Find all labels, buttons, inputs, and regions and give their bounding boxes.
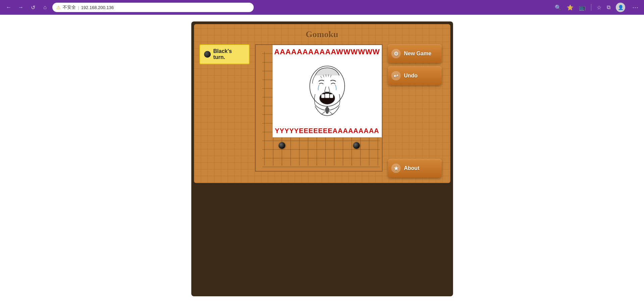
- meme-bottom-text: YYYYYEEEEEEEAAAAAAAAA: [275, 127, 379, 134]
- svg-point-31: [353, 142, 360, 149]
- game-inner-frame: Gomoku Black's turn.: [194, 24, 450, 183]
- security-warning-icon: ⚠: [56, 5, 61, 10]
- url-text: 192.168.200.136: [81, 5, 114, 10]
- browser-actions: 🔍 ⭐ 📺 ☆ ⧉ 👤 ⋯: [555, 3, 640, 12]
- more-icon: ⋯: [632, 4, 638, 11]
- about-button[interactable]: ★ About: [388, 159, 442, 178]
- address-bar[interactable]: ⚠ 不安全 | 192.168.200.136: [52, 3, 254, 12]
- avatar[interactable]: 👤: [616, 3, 625, 12]
- home-button[interactable]: ⌂: [40, 3, 50, 12]
- svg-rect-39: [321, 94, 325, 98]
- cast-icon[interactable]: 📺: [579, 4, 586, 11]
- game-outer-frame: Gomoku Black's turn.: [191, 21, 453, 296]
- svg-rect-41: [330, 94, 333, 98]
- meme-popup: AAAAAAAAAAAWWWWWW: [273, 45, 382, 137]
- undo-label: Undo: [404, 73, 418, 79]
- extensions-icon[interactable]: ⭐: [567, 4, 574, 11]
- new-game-label: New Game: [404, 51, 432, 57]
- game-title: Gomoku: [199, 29, 445, 40]
- back-icon: ←: [6, 4, 11, 10]
- security-text: 不安全: [63, 4, 76, 10]
- turn-text: Black's turn.: [213, 48, 245, 60]
- separator: |: [78, 5, 79, 10]
- turn-indicator: Black's turn.: [199, 44, 250, 64]
- bookmarks-icon[interactable]: ☆: [597, 4, 601, 11]
- meme-top-text: AAAAAAAAAAAWWWWWW: [274, 48, 380, 56]
- new-game-button[interactable]: ⚙ New Game: [388, 44, 442, 63]
- about-label: About: [404, 165, 419, 171]
- meme-face: [299, 56, 355, 127]
- right-panel: ⚙ New Game ↩ Undo ★ About: [388, 44, 442, 178]
- tabs-icon[interactable]: ⧉: [607, 4, 610, 10]
- undo-icon: ↩: [391, 71, 401, 80]
- svg-point-30: [279, 142, 285, 149]
- black-stone-icon: [204, 51, 211, 58]
- game-board[interactable]: AAAAAAAAAAAWWWWWW: [255, 44, 383, 172]
- back-button[interactable]: ←: [4, 3, 13, 12]
- divider: [591, 4, 591, 11]
- left-panel: Black's turn.: [199, 44, 250, 64]
- home-icon: ⌂: [43, 4, 47, 10]
- reload-button[interactable]: ↺: [28, 3, 38, 12]
- page-content: Gomoku Black's turn.: [0, 15, 644, 303]
- board-wrapper: AAAAAAAAAAAWWWWWW: [255, 44, 383, 172]
- meme-face-svg: [300, 65, 354, 118]
- forward-icon: →: [18, 4, 23, 10]
- game-layout: Black's turn.: [199, 44, 445, 178]
- forward-button[interactable]: →: [16, 3, 26, 12]
- browser-chrome: ← → ↺ ⌂ ⚠ 不安全 | 192.168.200.136 🔍 ⭐ 📺 ☆ …: [0, 0, 644, 15]
- reload-icon: ↺: [31, 4, 35, 11]
- about-icon: ★: [391, 164, 401, 173]
- menu-button[interactable]: ⋯: [631, 3, 640, 12]
- undo-button[interactable]: ↩ Undo: [388, 66, 442, 85]
- new-game-icon: ⚙: [391, 49, 401, 58]
- spacer: [388, 88, 442, 156]
- search-icon[interactable]: 🔍: [555, 4, 561, 11]
- svg-rect-40: [325, 94, 329, 98]
